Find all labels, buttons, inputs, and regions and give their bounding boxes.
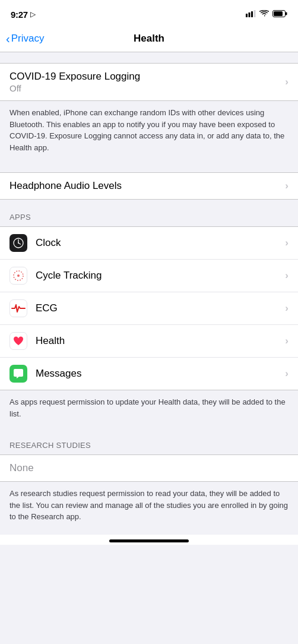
wifi-icon xyxy=(259,9,269,20)
apps-section-header: APPS xyxy=(0,200,298,226)
page-title: Health xyxy=(134,33,164,45)
svg-rect-3 xyxy=(254,10,256,17)
ecg-label: ECG xyxy=(36,302,280,314)
nav-bar: ‹ Privacy Health xyxy=(0,26,298,52)
cycle-label: Cycle Tracking xyxy=(36,270,280,282)
cycle-row[interactable]: Cycle Tracking › xyxy=(0,260,298,292)
status-icons xyxy=(246,9,287,20)
messages-app-icon xyxy=(9,365,27,383)
cycle-row-content: Cycle Tracking xyxy=(36,270,280,282)
covid-subtitle: Off xyxy=(9,83,280,93)
covid-row-content: COVID-19 Exposure Logging Off xyxy=(9,71,280,93)
spacer-1 xyxy=(0,52,298,63)
headphone-row[interactable]: Headphone Audio Levels › xyxy=(0,173,298,199)
svg-rect-6 xyxy=(274,11,283,16)
svg-rect-1 xyxy=(249,12,251,17)
messages-chevron-icon: › xyxy=(285,368,289,380)
ecg-app-icon xyxy=(9,299,27,317)
status-bar: 9:27 ▷ xyxy=(0,0,298,26)
research-none: None xyxy=(0,454,298,482)
health-label: Health xyxy=(36,335,280,347)
clock-label: Clock xyxy=(36,237,280,249)
ecg-row[interactable]: ECG › xyxy=(0,292,298,325)
health-app-icon xyxy=(9,332,27,350)
location-icon: ▷ xyxy=(30,10,36,18)
home-bar xyxy=(109,539,189,542)
health-row[interactable]: Health › xyxy=(0,325,298,358)
home-indicator xyxy=(0,535,298,545)
signal-icon xyxy=(246,9,256,20)
cycle-app-icon xyxy=(9,267,27,285)
covid-chevron-icon: › xyxy=(285,76,289,88)
messages-row[interactable]: Messages › xyxy=(0,358,298,390)
svg-rect-2 xyxy=(251,11,253,17)
research-section-header: RESEARCH STUDIES xyxy=(0,428,298,454)
svg-rect-5 xyxy=(286,12,287,15)
apps-list: Clock › Cycle Tracking › ECG › xyxy=(0,226,298,390)
cycle-chevron-icon: › xyxy=(285,270,289,282)
svg-point-13 xyxy=(17,274,20,277)
headphone-section: Headphone Audio Levels › xyxy=(0,172,298,200)
messages-row-content: Messages xyxy=(36,368,280,380)
covid-section: COVID-19 Exposure Logging Off › xyxy=(0,63,298,101)
spacer-2 xyxy=(0,162,298,172)
health-row-content: Health xyxy=(36,335,280,347)
research-footer: As research studies request permission t… xyxy=(0,482,298,535)
ecg-row-content: ECG xyxy=(36,302,280,314)
svg-rect-0 xyxy=(246,14,248,17)
svg-point-11 xyxy=(18,242,19,244)
ecg-chevron-icon: › xyxy=(285,302,289,314)
messages-label: Messages xyxy=(36,368,280,380)
covid-description: When enabled, iPhone can exchange random… xyxy=(0,101,298,162)
clock-row[interactable]: Clock › xyxy=(0,227,298,260)
clock-app-icon xyxy=(9,234,27,252)
back-button[interactable]: ‹ Privacy xyxy=(6,33,44,45)
headphone-chevron-icon: › xyxy=(285,180,289,192)
headphone-row-content: Headphone Audio Levels xyxy=(9,180,280,192)
clock-row-content: Clock xyxy=(36,237,280,249)
clock-chevron-icon: › xyxy=(285,237,289,249)
status-time: 9:27 xyxy=(11,10,28,20)
covid-title: COVID-19 Exposure Logging xyxy=(9,71,280,83)
covid-row[interactable]: COVID-19 Exposure Logging Off › xyxy=(0,64,298,100)
back-label: Privacy xyxy=(11,33,45,45)
headphone-title: Headphone Audio Levels xyxy=(9,180,280,192)
battery-icon xyxy=(272,9,287,20)
apps-footer: As apps request permission to update you… xyxy=(0,390,298,428)
back-chevron-icon: ‹ xyxy=(6,33,10,45)
health-chevron-icon: › xyxy=(285,335,289,347)
